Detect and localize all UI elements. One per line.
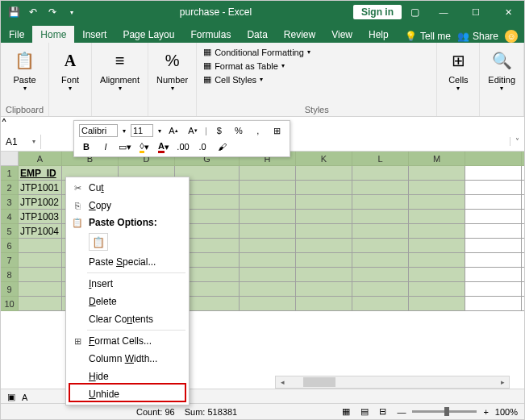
cell[interactable] [522, 181, 524, 195]
undo-icon[interactable]: ↶ [27, 6, 40, 19]
increase-font-icon[interactable]: A▴ [166, 123, 181, 138]
redo-icon[interactable]: ↷ [46, 6, 59, 19]
qat-customize-icon[interactable]: ▾ [65, 6, 78, 19]
cell[interactable] [465, 210, 522, 224]
cell[interactable] [522, 195, 524, 210]
row-header[interactable]: 1 [1, 166, 19, 181]
cell[interactable] [296, 210, 352, 224]
cell[interactable]: JTP1004 [19, 224, 62, 239]
close-button[interactable]: ✕ [492, 1, 524, 23]
cell[interactable] [240, 224, 296, 239]
menu-hide[interactable]: Hide [66, 368, 189, 385]
row-header[interactable]: 9 [1, 282, 19, 297]
cell[interactable] [522, 210, 524, 224]
cell[interactable] [409, 166, 465, 181]
paste-option-default[interactable]: 📋 [89, 233, 108, 251]
cell[interactable] [465, 195, 522, 210]
save-icon[interactable]: 💾 [7, 6, 20, 19]
tab-insert[interactable]: Insert [74, 26, 115, 43]
tab-help[interactable]: Help [360, 26, 397, 43]
column-header[interactable] [465, 152, 522, 166]
zoom-out-icon[interactable]: ― [397, 407, 406, 417]
cell[interactable] [465, 181, 522, 195]
column-header[interactable]: K [296, 152, 352, 166]
tab-page-layout[interactable]: Page Layou [115, 26, 182, 43]
tab-home[interactable]: Home [32, 26, 74, 43]
cell[interactable] [240, 195, 296, 210]
page-layout-view-icon[interactable]: ▤ [356, 405, 373, 417]
tell-me-search[interactable]: 💡Tell me [405, 31, 451, 42]
cell[interactable] [240, 181, 296, 195]
decrease-font-icon[interactable]: A▾ [185, 123, 200, 138]
column-header[interactable]: A [19, 152, 62, 166]
cell[interactable] [352, 181, 409, 195]
menu-delete[interactable]: Delete [66, 293, 189, 310]
cell[interactable] [296, 224, 352, 239]
comma-format-icon[interactable]: , [251, 123, 265, 138]
cell[interactable] [352, 166, 409, 181]
mini-font-input[interactable] [79, 124, 118, 137]
cell[interactable] [409, 210, 465, 224]
cell[interactable] [296, 181, 352, 195]
scroll-left-icon[interactable]: ◂ [276, 378, 289, 386]
select-all-triangle[interactable] [1, 152, 19, 166]
feedback-smiley-icon[interactable]: ☺ [505, 30, 518, 43]
share-button[interactable]: 👥Share [457, 31, 498, 42]
sheet-tab-label[interactable]: A [22, 393, 27, 402]
border-dropdown-icon[interactable]: ▭▾ [118, 139, 132, 154]
signin-button[interactable]: Sign in [353, 5, 402, 19]
tab-view[interactable]: View [323, 26, 360, 43]
zoom-level[interactable]: 100% [495, 407, 518, 417]
percent-format-icon[interactable]: % [231, 123, 246, 138]
cell[interactable] [522, 224, 524, 239]
menu-copy[interactable]: ⎘Copy [66, 197, 189, 214]
tab-data[interactable]: Data [239, 26, 275, 43]
cell-styles-button[interactable]: ▦Cell Styles▾ [202, 73, 431, 85]
cells-button[interactable]: ⊞ Cells ▾ [442, 46, 474, 94]
alignment-button[interactable]: ≡ Alignment ▾ [97, 46, 143, 94]
row-header[interactable]: 2 [1, 181, 19, 195]
maximize-button[interactable]: ☐ [460, 1, 492, 23]
cell[interactable] [352, 224, 409, 239]
cell[interactable] [240, 210, 296, 224]
format-as-table-button[interactable]: ▦Format as Table▾ [202, 60, 431, 72]
cell[interactable]: JTP1002 [19, 195, 62, 210]
record-macro-icon[interactable]: ▣ [7, 392, 15, 402]
tab-review[interactable]: Review [276, 26, 323, 43]
conditional-formatting-button[interactable]: ▦Conditional Formatting▾ [202, 46, 431, 58]
cell[interactable] [296, 166, 352, 181]
row-header[interactable]: 3 [1, 195, 19, 210]
cell[interactable] [352, 210, 409, 224]
menu-insert[interactable]: Insert [66, 275, 189, 293]
normal-view-icon[interactable]: ▦ [338, 405, 354, 417]
cell[interactable] [522, 166, 524, 181]
minimize-button[interactable]: ― [427, 1, 460, 23]
number-button[interactable]: % Number ▾ [153, 46, 191, 94]
cell[interactable] [296, 195, 352, 210]
italic-button[interactable]: I [98, 139, 113, 154]
row-header[interactable]: 5 [1, 224, 19, 239]
decrease-decimal-icon[interactable]: .00 [176, 139, 190, 154]
page-break-view-icon[interactable]: ⊟ [375, 405, 390, 417]
tab-formulas[interactable]: Formulas [182, 26, 239, 43]
fill-color-icon[interactable]: ◊▾ [137, 139, 152, 154]
cell[interactable]: JTP1001 [19, 181, 62, 195]
horizontal-scrollbar[interactable]: ◂ ▸ [275, 376, 510, 389]
menu-column-width[interactable]: Column Width... [66, 350, 189, 368]
menu-clear-contents[interactable]: Clear Contents [66, 310, 189, 328]
row-header[interactable]: 10 [1, 297, 19, 311]
editing-button[interactable]: 🔍 Editing ▾ [485, 46, 519, 94]
mini-fontsize-input[interactable] [131, 124, 153, 137]
cell[interactable] [409, 181, 465, 195]
column-header[interactable]: L [352, 152, 409, 166]
cell[interactable] [465, 224, 522, 239]
tab-file[interactable]: File [1, 26, 32, 43]
zoom-slider[interactable] [412, 410, 477, 413]
name-box[interactable]: A1▾ [1, 135, 41, 149]
ribbon-display-options-icon[interactable]: ▢ [408, 6, 421, 19]
increase-decimal-icon[interactable]: .0 [195, 139, 210, 154]
menu-unhide[interactable]: Unhide [66, 385, 189, 403]
font-color-icon[interactable]: A▾ [156, 139, 171, 154]
format-painter-icon[interactable]: 🖌 [215, 139, 229, 154]
bold-button[interactable]: B [79, 139, 94, 154]
